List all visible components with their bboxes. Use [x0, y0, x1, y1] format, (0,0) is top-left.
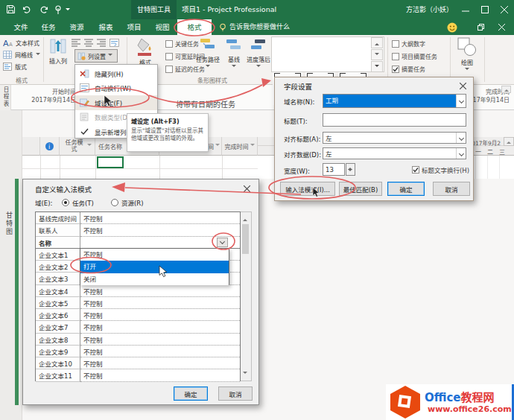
- width-spinner[interactable]: [346, 163, 355, 176]
- quick-access-customize-icon[interactable]: [66, 8, 70, 13]
- slippage-button[interactable]: 进度落后: [246, 37, 271, 71]
- outline-number-checkbox[interactable]: 大纲数字: [392, 39, 425, 48]
- row-value-cell[interactable]: 不控制: [80, 369, 240, 381]
- row-value-cell[interactable]: 不控制: [80, 212, 240, 224]
- scroll-up-icon[interactable]: [243, 215, 247, 223]
- undo-icon[interactable]: [22, 5, 34, 14]
- collapse-ribbon-icon[interactable]: [471, 19, 490, 35]
- row-value-cell[interactable]: 不控制: [80, 321, 240, 333]
- user-name[interactable]: 方洁影（小妖）: [406, 0, 453, 19]
- table-row[interactable]: 企业文本7 不控制: [36, 321, 240, 333]
- title-input[interactable]: [323, 113, 466, 127]
- row-value-combo[interactable]: [80, 237, 240, 249]
- close-window-icon[interactable]: [492, 19, 511, 35]
- column-settings-button[interactable]: 列设置: [74, 49, 118, 63]
- ime-mode-button[interactable]: 输入法模式(I)...: [280, 182, 335, 196]
- dropdown-option-no-control[interactable]: 不控制: [80, 249, 229, 261]
- table-scrollbar[interactable]: [241, 211, 252, 381]
- timescale-scroll-up[interactable]: [504, 137, 514, 146]
- tab-resource[interactable]: 资源: [66, 19, 88, 35]
- table-row[interactable]: 企业文本9 不控制: [36, 346, 240, 357]
- tab-format-active[interactable]: 格式: [177, 19, 212, 35]
- layout-button[interactable]: 版式: [3, 63, 27, 71]
- insert-column-button[interactable]: 插入列: [46, 37, 70, 65]
- smiley-feedback-icon[interactable]: [447, 22, 457, 33]
- project-summary-checkbox[interactable]: 项目摘要任务: [392, 52, 437, 60]
- table-row[interactable]: 企业文本6 不控制: [36, 309, 240, 321]
- tell-me-box[interactable]: 告诉我你想要做什么: [229, 19, 311, 35]
- tab-project[interactable]: 项目: [123, 19, 145, 35]
- table-row[interactable]: 联系人 不控制: [36, 224, 240, 236]
- minimize-button[interactable]: [456, 0, 475, 19]
- row-value-cell[interactable]: 不控制: [80, 285, 240, 297]
- table-row[interactable]: 企业文本8 不控制: [36, 334, 240, 346]
- row-value-cell[interactable]: 不控制: [80, 224, 240, 236]
- align-data-combobox[interactable]: 左: [323, 147, 466, 159]
- chevron-down-icon[interactable]: [456, 95, 466, 107]
- task-mode-header[interactable]: 任务模式: [60, 137, 95, 156]
- tab-report[interactable]: 报表: [95, 19, 117, 35]
- row-value-cell[interactable]: 不控制: [80, 346, 240, 357]
- cancel-button[interactable]: 取消: [218, 386, 253, 401]
- timeline-scroll-up[interactable]: [501, 86, 511, 93]
- menu-item-hide-column[interactable]: 隐藏列(H): [75, 66, 157, 81]
- best-fit-button[interactable]: 最佳匹配(B): [339, 182, 382, 196]
- row-value-cell[interactable]: 不控制: [80, 309, 240, 321]
- resource-radio-label[interactable]: 资源(R): [121, 198, 144, 207]
- row-value-cell[interactable]: 不控制: [80, 357, 240, 369]
- table-row[interactable]: 企业文本10 不控制: [36, 357, 240, 369]
- scroll-thumb[interactable]: [242, 224, 249, 254]
- task-radio[interactable]: [62, 199, 69, 206]
- gallery-scroll-down[interactable]: [371, 49, 383, 60]
- close-icon[interactable]: [241, 183, 253, 194]
- chevron-down-icon[interactable]: [456, 148, 466, 159]
- finish-column-header[interactable]: 完成时间: [222, 137, 258, 156]
- gridlines-button[interactable]: 网格线: [3, 51, 40, 59]
- drawing-button[interactable]: 绘图: [454, 37, 480, 74]
- ok-button[interactable]: 确定: [387, 182, 425, 196]
- table-row[interactable]: 企业文本4 不控制: [36, 285, 240, 297]
- bar-format-button[interactable]: 格式: [130, 37, 161, 66]
- save-icon[interactable]: [6, 4, 16, 14]
- close-button[interactable]: [495, 0, 514, 19]
- task-path-button[interactable]: 任务路径: [194, 37, 222, 71]
- combo-dropdown-button[interactable]: [217, 238, 228, 247]
- scroll-down-icon[interactable]: [243, 370, 247, 378]
- align-center-icon[interactable]: [84, 39, 94, 47]
- align-right-icon[interactable]: [97, 39, 107, 47]
- maximize-button[interactable]: [475, 0, 495, 19]
- close-icon[interactable]: [457, 80, 469, 91]
- gallery-more-button[interactable]: [371, 61, 383, 72]
- table-row-name-editing[interactable]: 名称: [36, 237, 240, 249]
- touch-mode-icon[interactable]: [54, 4, 63, 15]
- tab-task[interactable]: 任务: [37, 19, 60, 35]
- gantt-style-gallery[interactable]: [271, 36, 384, 72]
- row-selector-header[interactable]: [22, 137, 40, 156]
- menu-item-field-settings[interactable]: 域设定(F): [75, 95, 157, 110]
- task-radio-label[interactable]: 任务(T): [72, 198, 94, 207]
- field-name-combobox[interactable]: 工期: [323, 94, 466, 108]
- resource-radio[interactable]: [111, 199, 118, 206]
- selected-cell[interactable]: [97, 156, 124, 168]
- row-value-cell[interactable]: 不控制: [80, 297, 240, 309]
- dropdown-option-off[interactable]: 关闭: [80, 273, 229, 285]
- text-styles-button[interactable]: AA 文本样式: [3, 39, 39, 47]
- table-row[interactable]: 企业文本11 不控制: [36, 369, 240, 381]
- menu-item-wrap-text[interactable]: 自动换行(W): [75, 81, 157, 96]
- width-input[interactable]: 13: [323, 163, 345, 176]
- ok-button[interactable]: 确定: [174, 386, 208, 401]
- dropdown-option-on-selected[interactable]: 打开: [80, 261, 229, 273]
- info-column-header[interactable]: i: [40, 137, 60, 156]
- align-left-icon[interactable]: [72, 39, 81, 47]
- gantt-pane-label[interactable]: 甘特图: [4, 211, 14, 236]
- summary-tasks-checkbox[interactable]: 摘要任务: [392, 65, 425, 73]
- redo-icon[interactable]: [37, 5, 48, 14]
- tab-file[interactable]: 文件: [9, 19, 33, 35]
- table-row[interactable]: 企业文本5 不控制: [36, 297, 240, 309]
- chevron-down-icon[interactable]: [456, 133, 466, 143]
- align-title-combobox[interactable]: 左: [323, 132, 466, 144]
- row-value-cell[interactable]: 不控制: [80, 334, 240, 346]
- gallery-scroll-up[interactable]: [371, 37, 383, 48]
- wrap-header-checkbox[interactable]: 标题文字换行(H): [412, 165, 469, 174]
- tab-view[interactable]: 视图: [151, 19, 174, 35]
